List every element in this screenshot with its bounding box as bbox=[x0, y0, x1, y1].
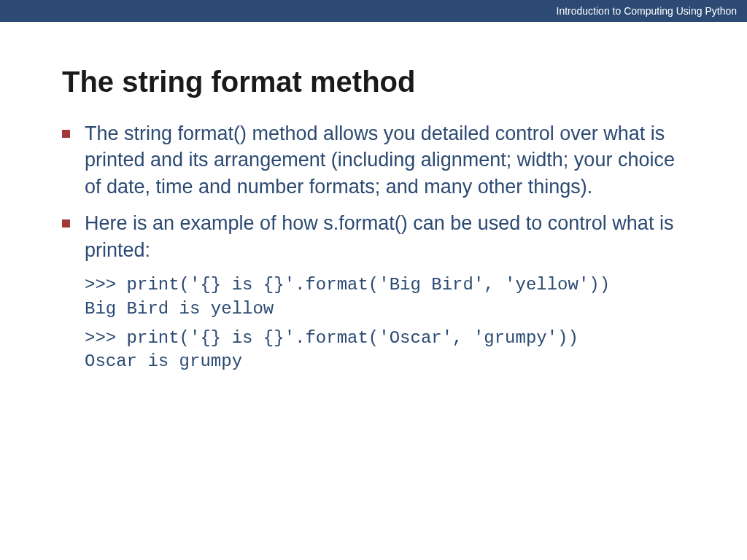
header-bar: Introduction to Computing Using Python bbox=[0, 0, 747, 22]
code-line: >>> print('{} is {}'.format('Big Bird', … bbox=[85, 273, 685, 297]
slide-content: The string format method The string form… bbox=[0, 22, 747, 374]
code-group: >>> print('{} is {}'.format('Oscar', 'gr… bbox=[85, 327, 685, 374]
course-title: Introduction to Computing Using Python bbox=[557, 5, 737, 17]
code-line: Oscar is grumpy bbox=[85, 350, 685, 373]
bullet-item: The string format() method allows you de… bbox=[62, 120, 685, 200]
square-bullet-icon bbox=[62, 219, 70, 228]
code-group: >>> print('{} is {}'.format('Big Bird', … bbox=[85, 273, 685, 321]
bullet-item: Here is an example of how s.format() can… bbox=[62, 210, 685, 263]
bullet-text: The string format() method allows you de… bbox=[85, 120, 685, 200]
code-line: >>> print('{} is {}'.format('Oscar', 'gr… bbox=[85, 327, 685, 350]
slide-title: The string format method bbox=[62, 66, 685, 98]
bullet-list: The string format() method allows you de… bbox=[62, 120, 685, 263]
code-line: Big Bird is yellow bbox=[85, 298, 685, 321]
bullet-text: Here is an example of how s.format() can… bbox=[85, 210, 685, 263]
code-block: >>> print('{} is {}'.format('Big Bird', … bbox=[85, 273, 685, 374]
square-bullet-icon bbox=[62, 130, 70, 138]
